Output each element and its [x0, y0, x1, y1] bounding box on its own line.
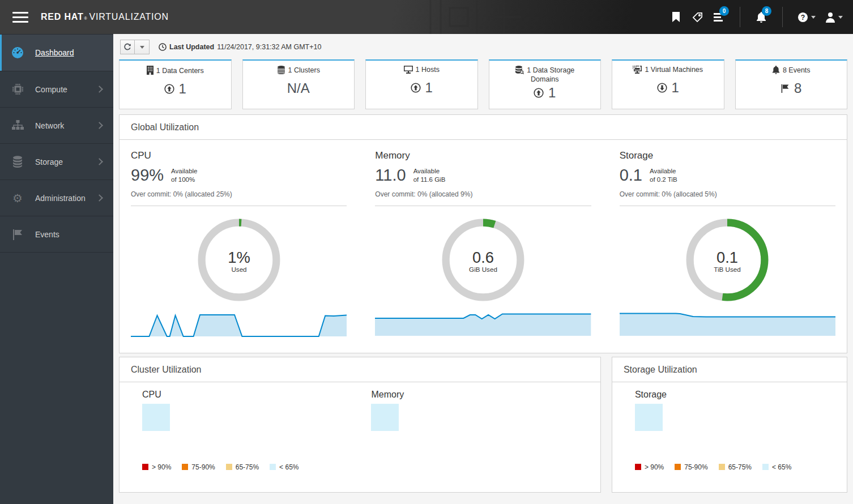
- card-hosts[interactable]: 1 Hosts 1: [365, 59, 478, 109]
- cpu-available-label: Available of 100%: [171, 167, 197, 184]
- panel-title: Global Utilization: [120, 115, 847, 140]
- refresh-interval-dropdown-button[interactable]: [135, 40, 150, 54]
- panel-title: Cluster Utilization: [120, 357, 600, 382]
- cpu-chip-icon: [0, 83, 35, 95]
- memory-available-label: Available of 11.6 GiB: [413, 167, 446, 184]
- sidebar-item-storage[interactable]: Storage: [0, 144, 113, 180]
- sidebar-item-label: Events: [35, 230, 105, 239]
- svg-text:1%: 1%: [228, 249, 250, 266]
- database-icon: [0, 156, 35, 168]
- last-updated-status: Last Updated 11/24/2017, 9:31:32 AM GMT+…: [159, 43, 321, 51]
- memory-overcommit: Over commit: 0% (allocated 9%): [375, 190, 591, 198]
- legend-swatch-blue: [762, 464, 769, 470]
- cluster-icon: [277, 66, 285, 74]
- user-menu-button[interactable]: [820, 0, 847, 34]
- card-data-centers[interactable]: 1 Data Centers 1: [119, 59, 232, 109]
- help-icon: ?: [797, 12, 808, 23]
- legend-swatch-yellow: [226, 464, 232, 470]
- heatmap-title: Memory: [371, 390, 600, 400]
- brand-trademark: ®: [84, 16, 88, 20]
- column-title: CPU: [131, 150, 347, 161]
- trend-up-icon: [411, 83, 421, 93]
- trend-up-icon: [534, 88, 544, 98]
- bookmark-icon: [672, 12, 680, 22]
- clock-icon: [159, 43, 167, 51]
- help-menu-button[interactable]: ?: [793, 0, 820, 34]
- sidebar-item-administration[interactable]: ⚙ Administration: [0, 180, 113, 216]
- chevron-right-icon: [96, 86, 103, 93]
- legend-swatch-orange: [675, 464, 681, 470]
- sidebar-item-dashboard[interactable]: Dashboard: [0, 34, 113, 71]
- sidebar-item-label: Network: [35, 121, 97, 130]
- svg-text:Used: Used: [231, 266, 246, 273]
- cpu-sparkline-chart: [131, 310, 347, 338]
- refresh-button[interactable]: [120, 40, 135, 54]
- svg-text:GiB Used: GiB Used: [469, 266, 497, 273]
- card-title: 1 Data Storage Domains: [493, 66, 598, 84]
- sidebar-item-events[interactable]: Events: [0, 216, 113, 253]
- refresh-toolbar: Last Updated 11/24/2017, 9:31:32 AM GMT+…: [119, 34, 847, 59]
- svg-text:?: ?: [801, 13, 805, 21]
- building-icon: [147, 66, 153, 75]
- card-value: 1: [369, 80, 474, 96]
- card-virtual-machines[interactable]: 1 Virtual Machines 1: [612, 59, 724, 109]
- card-value: 1: [123, 81, 228, 97]
- tasks-count-badge: 0: [719, 6, 729, 16]
- heatmap-cell[interactable]: [142, 404, 170, 431]
- chevron-right-icon: [96, 194, 103, 202]
- virtual-machine-icon: [633, 66, 642, 74]
- last-updated-value: 11/24/2017, 9:31:32 AM GMT+10: [217, 43, 321, 51]
- sidebar-item-compute[interactable]: Compute: [0, 71, 113, 108]
- storage-utilization-panel: Storage Utilization Storage > 90% 75-90%…: [612, 357, 847, 493]
- sidebar-item-label: Compute: [35, 85, 97, 94]
- sidebar-item-network[interactable]: Network: [0, 108, 113, 144]
- bookmark-button[interactable]: [665, 0, 686, 34]
- memory-sparkline-chart: [375, 310, 591, 338]
- legend-swatch-red: [142, 464, 148, 470]
- bell-icon: [772, 66, 780, 74]
- cluster-memory-heatmap: Memory: [371, 390, 600, 471]
- storage-donut-chart: 0.1 TiB Used: [684, 217, 770, 303]
- cluster-utilization-panel: Cluster Utilization CPU > 90% 75-90% 65-…: [119, 357, 601, 493]
- dashboard-content: Last Updated 11/24/2017, 9:31:32 AM GMT+…: [113, 34, 853, 504]
- tags-button[interactable]: [686, 0, 708, 34]
- cpu-available-value: 99%: [131, 167, 164, 183]
- heatmap-cell[interactable]: [635, 404, 663, 431]
- card-clusters[interactable]: 1 Clusters N/A: [242, 59, 355, 109]
- dashboard-page: RED HAT® VIRTUALIZATION 0 8: [0, 0, 853, 504]
- card-events[interactable]: 8 Events 8: [735, 59, 848, 109]
- tasks-button[interactable]: 0: [708, 0, 730, 34]
- panel-title: Storage Utilization: [612, 357, 847, 382]
- card-title: 1 Virtual Machines: [616, 66, 720, 75]
- card-storage-domains[interactable]: 1 Data Storage Domains 1: [489, 59, 602, 109]
- svg-text:0.6: 0.6: [472, 249, 494, 266]
- card-title: 8 Events: [739, 66, 844, 75]
- gear-icon: ⚙: [0, 191, 35, 205]
- sitemap-icon: [0, 120, 35, 131]
- heatmap-title: Storage: [635, 390, 847, 400]
- storage-available-label: Available of 0.2 TiB: [650, 167, 677, 184]
- cluster-cpu-heatmap: CPU > 90% 75-90% 65-75% < 65%: [142, 390, 371, 471]
- cpu-overcommit: Over commit: 0% (allocated 25%): [131, 190, 347, 198]
- menu-toggle-button[interactable]: [0, 0, 41, 34]
- global-utilization-panel: Global Utilization CPU 99% Available of …: [119, 114, 847, 353]
- legend-swatch-blue: [270, 464, 276, 470]
- chevron-down-icon: [811, 16, 816, 19]
- heatmap-legend: > 90% 75-90% 65-75% < 65%: [635, 463, 847, 471]
- brand-rest: VIRTUALIZATION: [89, 12, 169, 22]
- card-value: 1: [616, 80, 720, 96]
- flag-icon: [781, 84, 790, 93]
- chevron-right-icon: [96, 122, 103, 129]
- global-storage-column: Storage 0.1 Available of 0.2 TiB Over co…: [620, 142, 835, 338]
- global-cpu-column: CPU 99% Available of 100% Over commit: 0…: [131, 142, 347, 338]
- card-value: N/A: [246, 80, 351, 96]
- brand-logo: RED HAT® VIRTUALIZATION: [41, 12, 169, 22]
- heatmap-cell[interactable]: [371, 404, 399, 431]
- notifications-button[interactable]: 8: [750, 0, 772, 34]
- masthead-circuit-pattern: [396, 0, 544, 34]
- cpu-donut-chart: 1% Used: [196, 217, 282, 303]
- card-value: 1: [493, 85, 598, 101]
- global-memory-column: Memory 11.0 Available of 11.6 GiB Over c…: [375, 142, 591, 338]
- heatmap-title: CPU: [142, 390, 371, 400]
- masthead-divider: [782, 7, 783, 27]
